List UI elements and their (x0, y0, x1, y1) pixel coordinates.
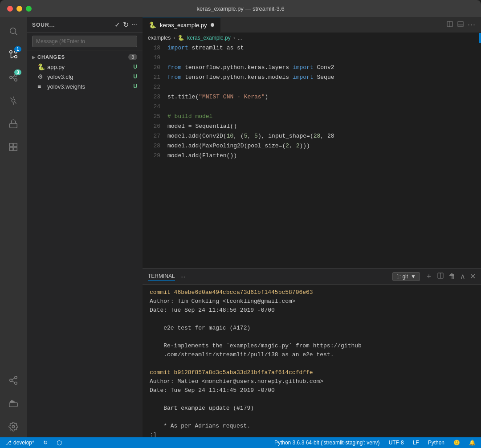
status-sync[interactable]: ↻ (41, 440, 49, 446)
encoding-label: UTF-8 (389, 440, 404, 446)
terminal-line: e2e test for magic (#172) (150, 324, 474, 333)
terminal-tab[interactable]: TERMINAL (148, 272, 175, 281)
terminal-line (150, 315, 474, 324)
app-body: 1 3 (0, 17, 481, 437)
activity-settings[interactable] (3, 416, 24, 437)
close-button[interactable] (7, 6, 13, 12)
split-terminal-icon[interactable] (437, 272, 444, 281)
terminal-dropdown[interactable]: 1: git ▼ (392, 272, 420, 281)
editor-tab-active[interactable]: 🐍 keras_example.py (143, 17, 221, 33)
status-language[interactable]: Python (426, 440, 446, 446)
refresh-icon[interactable]: ↻ (123, 20, 129, 29)
minimize-button[interactable] (16, 6, 22, 12)
check-icon[interactable]: ✓ (114, 20, 120, 29)
terminal-line (150, 359, 474, 368)
breadcrumb-file[interactable]: keras_example.py (187, 35, 230, 41)
status-left: ⎇ develop* ↻ ⬡ (4, 439, 64, 446)
delete-terminal-icon[interactable]: 🗑 (448, 273, 456, 281)
more-actions-icon[interactable]: ··· (468, 20, 476, 29)
activity-docker[interactable] (3, 393, 24, 414)
terminal-line: * As per Adrians request. (150, 422, 474, 431)
activity-share[interactable] (3, 370, 24, 391)
svg-point-7 (10, 76, 12, 79)
svg-line-15 (11, 98, 12, 99)
svg-point-22 (15, 376, 17, 379)
status-bell[interactable]: 🔔 (467, 440, 477, 446)
activity-remote[interactable] (3, 113, 24, 134)
svg-point-0 (10, 28, 16, 34)
smiley-icon: 🙂 (453, 440, 460, 446)
status-remote-icon[interactable]: ⬡ (55, 439, 64, 446)
breadcrumb-separator2: › (233, 35, 235, 41)
code-line-20: 20 from tensorflow.python.keras.layers i… (143, 63, 481, 73)
add-terminal-icon[interactable]: ＋ (425, 272, 432, 281)
code-line-23: 23 st.title("MNIST CNN - Keras") (143, 92, 481, 102)
terminal-line: Author: Matteo <monchier@users.noreply.g… (150, 377, 474, 386)
svg-rect-21 (14, 147, 17, 151)
chevron-down-icon: ▼ (411, 273, 416, 280)
svg-rect-30 (11, 400, 13, 402)
status-line-ending[interactable]: LF (411, 440, 421, 446)
close-terminal-icon[interactable]: ✕ (470, 272, 476, 281)
terminal-container: TERMINAL ··· 1: git ▼ ＋ 🗑 ∧ ✕ (143, 268, 481, 437)
svg-point-24 (15, 382, 17, 385)
svg-rect-19 (14, 143, 17, 147)
status-right: Python 3.6.3 64-bit ('streamlit-staging'… (273, 440, 477, 446)
file-status: U (133, 83, 137, 90)
python-version-label: Python 3.6.3 64-bit ('streamlit-staging'… (274, 440, 380, 446)
toggle-panel-icon[interactable] (457, 20, 464, 29)
git-badge: 3 (14, 69, 21, 75)
file-status: U (133, 73, 137, 80)
breadcrumb-more[interactable]: ... (238, 35, 242, 41)
status-branch[interactable]: ⎇ develop* (4, 440, 36, 446)
terminal-header: TERMINAL ··· 1: git ▼ ＋ 🗑 ∧ ✕ (143, 269, 481, 285)
status-python[interactable]: Python 3.6.3 64-bit ('streamlit-staging'… (273, 440, 382, 446)
activity-extensions[interactable] (3, 136, 24, 158)
activity-source-control[interactable]: 1 (3, 44, 24, 65)
split-editor-icon[interactable] (446, 20, 453, 29)
more-icon[interactable]: ··· (131, 20, 137, 29)
terminal-line: commit b9128f857a8d3c5aba33d21b4fa7af614… (150, 368, 474, 377)
svg-point-31 (12, 425, 15, 428)
terminal-line (150, 395, 474, 404)
bell-icon: 🔔 (469, 440, 476, 446)
terminal-prompt: :] (150, 431, 474, 437)
breadcrumb-folder[interactable]: examples (148, 35, 171, 41)
activity-git-graph[interactable]: 3 (3, 67, 24, 88)
chevron-up-icon[interactable]: ∧ (460, 272, 465, 281)
code-line-22: 22 (143, 82, 481, 92)
tab-actions: ··· (446, 20, 481, 29)
svg-line-11 (12, 77, 15, 79)
file-item-weights[interactable]: ≡ yolov3.weights U (27, 81, 143, 91)
commit-message-input[interactable] (32, 36, 137, 47)
svg-line-25 (12, 381, 15, 383)
activity-bar: 1 3 (0, 17, 27, 437)
maximize-button[interactable] (26, 6, 32, 12)
source-control-badge: 1 (14, 46, 21, 52)
svg-line-6 (11, 56, 15, 58)
svg-point-2 (10, 51, 12, 53)
file-item-app[interactable]: 🐍 app.py U (27, 62, 143, 72)
binary-icon: ≡ (37, 83, 45, 90)
breadcrumb-accent (479, 33, 481, 43)
activity-debug[interactable] (3, 90, 24, 111)
window-title: keras_example.py — streamlit-3.6 (196, 5, 284, 12)
breadcrumb: examples › 🐍 keras_example.py › ... (143, 33, 481, 43)
sidebar-title: SOUR... (32, 22, 111, 28)
code-line-26: 26 model = Sequential() (143, 122, 481, 131)
terminal-line: Bart example update (#179) (150, 404, 474, 413)
changes-header[interactable]: ▶ CHANGES 3 (27, 52, 143, 62)
status-smiley[interactable]: 🙂 (452, 440, 462, 446)
code-line-18: 18 import streamlit as st (143, 43, 481, 53)
code-editor[interactable]: 18 import streamlit as st 19 20 from ten… (143, 43, 481, 268)
terminal-more-icon[interactable]: ··· (180, 273, 186, 280)
file-item-cfg[interactable]: ⚙ yolov3.cfg U (27, 72, 143, 81)
status-encoding[interactable]: UTF-8 (387, 440, 406, 446)
code-line-24: 24 (143, 102, 481, 112)
terminal-body[interactable]: commit 46bebe6d0ae494cbcca73d61bf1445bc5… (143, 285, 481, 437)
file-name: yolov3.cfg (47, 73, 133, 80)
svg-rect-17 (10, 123, 17, 128)
config-icon: ⚙ (37, 73, 45, 80)
activity-search[interactable] (3, 20, 24, 42)
sync-icon: ↻ (43, 440, 48, 446)
